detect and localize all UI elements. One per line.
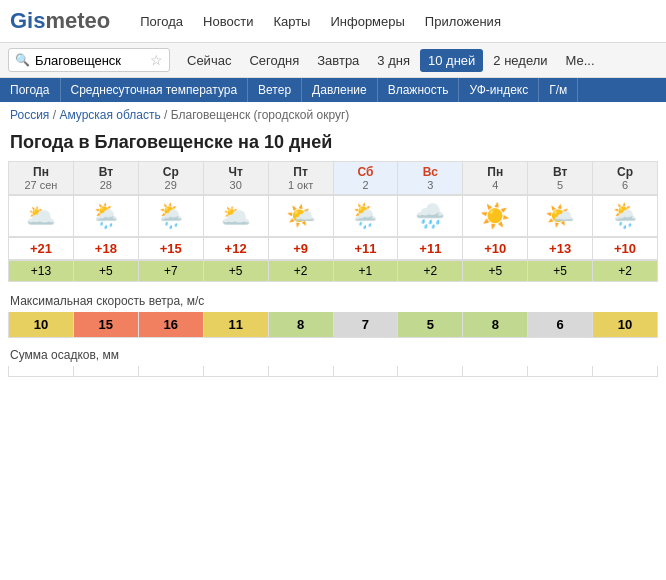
search-input[interactable]: [35, 53, 145, 68]
low-temp-0: +13: [9, 261, 74, 282]
weather-icon-cell-9: 🌦️: [593, 196, 658, 237]
search-icon: 🔍: [15, 53, 30, 67]
favorite-icon[interactable]: ☆: [150, 52, 163, 68]
low-temp-3: +5: [204, 261, 269, 282]
wind-cell-6: 5: [398, 312, 463, 338]
weather-icon-9: 🌦️: [610, 202, 640, 229]
nav-news[interactable]: Новости: [203, 14, 253, 29]
high-temp-4: +9: [269, 238, 334, 260]
wind-label: Максимальная скорость ветра, м/с: [0, 288, 666, 312]
tab-today[interactable]: Сегодня: [241, 49, 307, 72]
tab-month[interactable]: Ме...: [558, 49, 603, 72]
precip-cell-1: [74, 366, 139, 377]
data-tab-gm[interactable]: Г/м: [539, 78, 578, 102]
wind-cell-8: 6: [528, 312, 593, 338]
weather-icon-6: 🌧️: [415, 202, 445, 229]
data-tab-humidity[interactable]: Влажность: [378, 78, 460, 102]
breadcrumb-city: Благовещенск (городской округ): [171, 108, 350, 122]
search-wrap: 🔍 ☆: [8, 48, 170, 72]
data-tabs: Погода Среднесуточная температура Ветер …: [0, 78, 666, 102]
wind-cell-9: 10: [593, 312, 658, 338]
precip-cell-2: [139, 366, 204, 377]
breadcrumb-oblast[interactable]: Амурская область: [59, 108, 160, 122]
weather-icon-cell-3: 🌥️: [204, 196, 269, 237]
weather-icon-4: 🌤️: [286, 202, 316, 229]
wind-grid: 101516118758610: [8, 312, 658, 338]
day-header-3: Чт30: [204, 162, 269, 195]
wind-cell-2: 16: [139, 312, 204, 338]
nav-apps[interactable]: Приложения: [425, 14, 501, 29]
data-tab-weather[interactable]: Погода: [0, 78, 61, 102]
weather-icon-cell-5: 🌦️: [334, 196, 399, 237]
day-header-2: Ср29: [139, 162, 204, 195]
tab-tomorrow[interactable]: Завтра: [309, 49, 367, 72]
low-temp-grid: +13+5+7+5+2+1+2+5+5+2: [8, 260, 658, 282]
weather-icon-cell-8: 🌤️: [528, 196, 593, 237]
precip-cell-6: [398, 366, 463, 377]
page-title: Погода в Благовещенске на 10 дней: [0, 128, 666, 161]
day-header-1: Вт28: [74, 162, 139, 195]
weather-icon-1: 🌦️: [91, 202, 121, 229]
search-and-tabs: 🔍 ☆ Сейчас Сегодня Завтра 3 дня 10 дней …: [0, 43, 666, 78]
precip-cell-0: [9, 366, 74, 377]
breadcrumb: Россия / Амурская область / Благовещенск…: [0, 102, 666, 128]
weather-icon-cell-7: ☀️: [463, 196, 528, 237]
low-temp-7: +5: [463, 261, 528, 282]
low-temp-6: +2: [398, 261, 463, 282]
weather-icon-cell-4: 🌤️: [269, 196, 334, 237]
breadcrumb-sep2: /: [164, 108, 171, 122]
nav-weather[interactable]: Погода: [140, 14, 183, 29]
tab-10days[interactable]: 10 дней: [420, 49, 483, 72]
data-tab-wind[interactable]: Ветер: [248, 78, 302, 102]
data-tab-avg-temp[interactable]: Среднесуточная температура: [61, 78, 249, 102]
low-temp-9: +2: [593, 261, 658, 282]
high-temp-grid: +21+18+15+12+9+11+11+10+13+10: [8, 237, 658, 260]
weather-icon-5: 🌦️: [350, 202, 380, 229]
day-header-8: Вт5: [528, 162, 593, 195]
high-temp-6: +11: [398, 238, 463, 260]
weather-icon-cell-6: 🌧️: [398, 196, 463, 237]
high-temp-3: +12: [204, 238, 269, 260]
high-temp-1: +18: [74, 238, 139, 260]
precip-cell-3: [204, 366, 269, 377]
weather-icon-cell-2: 🌦️: [139, 196, 204, 237]
day-header-0: Пн27 сен: [9, 162, 74, 195]
data-tab-pressure[interactable]: Давление: [302, 78, 378, 102]
wind-cell-1: 15: [74, 312, 139, 338]
precip-cell-7: [463, 366, 528, 377]
low-temp-2: +7: [139, 261, 204, 282]
low-temp-5: +1: [334, 261, 399, 282]
precip-cell-4: [269, 366, 334, 377]
precip-cell-8: [528, 366, 593, 377]
weather-icon-cell-1: 🌦️: [74, 196, 139, 237]
day-header-6: Вс3: [398, 162, 463, 195]
high-temp-9: +10: [593, 238, 658, 260]
time-tabs: Сейчас Сегодня Завтра 3 дня 10 дней 2 не…: [179, 49, 603, 72]
low-temp-8: +5: [528, 261, 593, 282]
main-nav: Погода Новости Карты Информеры Приложени…: [140, 14, 501, 29]
high-temp-0: +21: [9, 238, 74, 260]
nav-informers[interactable]: Информеры: [330, 14, 404, 29]
day-headers-grid: Пн27 сенВт28Ср29Чт30Пт1 октСб2Вс3Пн4Вт5С…: [8, 161, 658, 195]
high-temp-2: +15: [139, 238, 204, 260]
precip-cell-5: [334, 366, 399, 377]
breadcrumb-russia[interactable]: Россия: [10, 108, 49, 122]
precip-label: Сумма осадков, мм: [0, 342, 666, 366]
wind-cell-0: 10: [9, 312, 74, 338]
logo[interactable]: Gismeteo: [10, 8, 110, 34]
high-temp-7: +10: [463, 238, 528, 260]
precip-cell-9: [593, 366, 658, 377]
day-header-5: Сб2: [334, 162, 399, 195]
wind-cell-5: 7: [334, 312, 399, 338]
tab-3days[interactable]: 3 дня: [369, 49, 418, 72]
tab-now[interactable]: Сейчас: [179, 49, 239, 72]
data-tab-uv[interactable]: УФ-индекс: [459, 78, 539, 102]
weather-icon-2: 🌦️: [156, 202, 186, 229]
wind-cell-7: 8: [463, 312, 528, 338]
wind-cell-4: 8: [269, 312, 334, 338]
tab-2weeks[interactable]: 2 недели: [485, 49, 555, 72]
precip-grid: [8, 366, 658, 377]
wind-cell-3: 11: [204, 312, 269, 338]
nav-maps[interactable]: Карты: [273, 14, 310, 29]
icon-grid: 🌥️🌦️🌦️🌥️🌤️🌦️🌧️☀️🌤️🌦️: [8, 195, 658, 237]
